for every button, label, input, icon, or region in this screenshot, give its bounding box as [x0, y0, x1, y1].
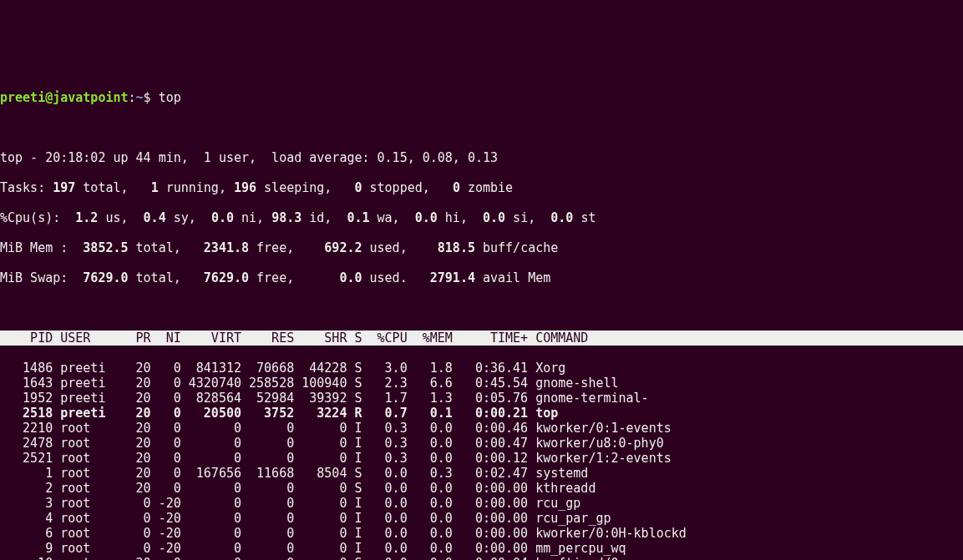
- process-header[interactable]: PID USER PR NI VIRT RES SHR S %CPU %MEM …: [0, 330, 963, 346]
- swap-total: 7629.0: [83, 270, 128, 285]
- blank-line: [0, 120, 963, 135]
- tasks-total-l: total,: [75, 180, 150, 195]
- mem-total-l: total,: [129, 240, 204, 255]
- process-row[interactable]: 1486 preeti 20 0 841312 70668 44228 S 3.…: [0, 361, 963, 376]
- prompt-symbol: $: [144, 90, 151, 105]
- process-row[interactable]: 2 root 20 0 0 0 0 S 0.0 0.0 0:00.00 kthr…: [0, 481, 963, 496]
- cpu-id: 98.3: [271, 210, 302, 225]
- cpu-wa-l: wa,: [370, 210, 415, 225]
- tasks-sleeping-l: sleeping,: [256, 180, 354, 195]
- swap-free-l: free,: [249, 270, 339, 285]
- tasks-sleeping: 196: [234, 180, 256, 195]
- prompt-cwd: ~: [136, 90, 144, 105]
- swap-free: 7629.0: [204, 270, 249, 285]
- mem-used: 692.2: [324, 240, 362, 255]
- cpu-pre: %Cpu(s):: [0, 210, 75, 225]
- tasks-pre: Tasks:: [0, 180, 53, 195]
- tasks-running: 1: [151, 180, 159, 195]
- process-row[interactable]: 2518 preeti 20 0 20500 3752 3224 R 0.7 0…: [0, 406, 963, 421]
- process-row[interactable]: 4 root 0 -20 0 0 0 I 0.0 0.0 0:00.00 rcu…: [0, 511, 963, 526]
- mem-buff: 818.5: [438, 240, 475, 255]
- process-list[interactable]: 1486 preeti 20 0 841312 70668 44228 S 3.…: [0, 361, 963, 560]
- prompt-user: preeti@javatpoint: [0, 90, 129, 105]
- prompt-sep: :: [129, 90, 136, 105]
- cpu-si-l: si,: [505, 210, 550, 225]
- cpu-ni-l: ni,: [234, 210, 271, 225]
- swap-total-l: total,: [129, 270, 204, 285]
- swap-avail-l: avail Mem: [475, 270, 550, 285]
- blank-line-2: [0, 300, 963, 315]
- tasks-stopped-l: stopped,: [362, 180, 453, 195]
- swap-avail: 2791.4: [430, 270, 475, 285]
- cpu-wa: 0.1: [347, 210, 369, 225]
- mem-free-l: free,: [249, 240, 324, 255]
- summary-tasks: Tasks: 197 total, 1 running, 196 sleepin…: [0, 180, 963, 195]
- cpu-us-l: us,: [98, 210, 143, 225]
- tasks-zombie-l: zombie: [460, 180, 513, 195]
- cpu-hi-l: hi,: [438, 210, 483, 225]
- cpu-si: 0.0: [483, 210, 505, 225]
- tasks-total: 197: [53, 180, 75, 195]
- summary-swap: MiB Swap: 7629.0 total, 7629.0 free, 0.0…: [0, 270, 963, 285]
- process-row[interactable]: 1 root 20 0 167656 11668 8504 S 0.0 0.3 …: [0, 466, 963, 481]
- cpu-id-l: id,: [302, 210, 347, 225]
- mem-used-l: used,: [362, 240, 438, 255]
- mem-pre: MiB Mem :: [0, 240, 83, 255]
- tasks-zombie: 0: [453, 180, 460, 195]
- prompt-space: [151, 90, 159, 105]
- cpu-us: 1.2: [75, 210, 98, 225]
- swap-used: 0.0: [339, 270, 362, 285]
- process-row[interactable]: 3 root 0 -20 0 0 0 I 0.0 0.0 0:00.00 rcu…: [0, 496, 963, 511]
- process-row[interactable]: 10 root 20 0 0 0 0 S 0.0 0.0 0:00.04 kso…: [0, 556, 963, 560]
- process-row[interactable]: 2210 root 20 0 0 0 0 I 0.3 0.0 0:00.46 k…: [0, 421, 963, 436]
- process-row[interactable]: 1643 preeti 20 0 4320740 258528 100940 S…: [0, 376, 963, 391]
- process-row[interactable]: 6 root 0 -20 0 0 0 I 0.0 0.0 0:00.00 kwo…: [0, 526, 963, 541]
- cpu-sy: 0.4: [144, 210, 166, 225]
- process-row[interactable]: 2478 root 20 0 0 0 0 I 0.3 0.0 0:00.47 k…: [0, 436, 963, 451]
- cpu-hi: 0.0: [415, 210, 438, 225]
- mem-buff-l: buff/cache: [475, 240, 558, 255]
- process-row[interactable]: 9 root 0 -20 0 0 0 I 0.0 0.0 0:00.00 mm_…: [0, 541, 963, 556]
- summary-cpu: %Cpu(s): 1.2 us, 0.4 sy, 0.0 ni, 98.3 id…: [0, 210, 963, 225]
- cpu-sy-l: sy,: [166, 210, 211, 225]
- summary-uptime: top - 20:18:02 up 44 min, 1 user, load a…: [0, 150, 963, 165]
- cpu-st-l: st: [573, 210, 596, 225]
- tasks-running-l: running,: [159, 180, 234, 195]
- cpu-st: 0.0: [550, 210, 573, 225]
- process-row[interactable]: 2521 root 20 0 0 0 0 I 0.3 0.0 0:00.12 k…: [0, 451, 963, 466]
- tasks-stopped: 0: [354, 180, 362, 195]
- prompt-line: preeti@javatpoint:~$ top: [0, 90, 963, 105]
- mem-total: 3852.5: [83, 240, 128, 255]
- terminal[interactable]: preeti@javatpoint:~$ top top - 20:18:02 …: [0, 75, 963, 560]
- command-input[interactable]: top: [159, 90, 181, 105]
- summary-mem: MiB Mem : 3852.5 total, 2341.8 free, 692…: [0, 240, 963, 255]
- process-row[interactable]: 1952 preeti 20 0 828564 52984 39392 S 1.…: [0, 391, 963, 406]
- cpu-ni: 0.0: [211, 210, 234, 225]
- swap-used-l: used.: [362, 270, 430, 285]
- mem-free: 2341.8: [204, 240, 249, 255]
- swap-pre: MiB Swap:: [0, 270, 83, 285]
